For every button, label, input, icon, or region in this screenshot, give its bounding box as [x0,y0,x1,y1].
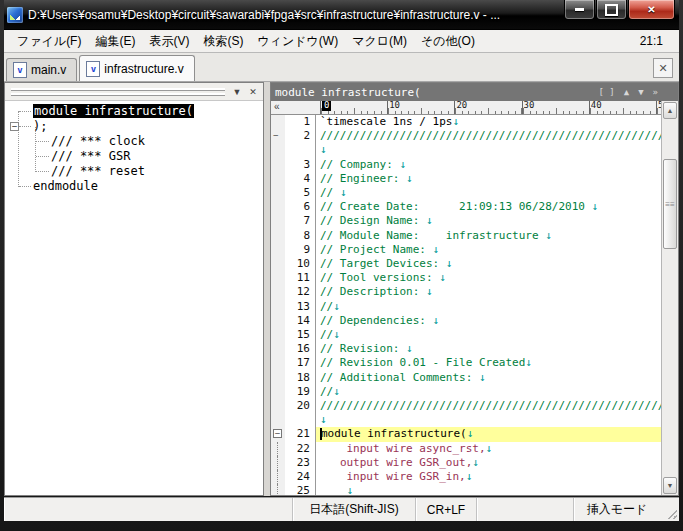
line-number[interactable]: 15 [285,328,316,342]
fold-margin[interactable]: − − [271,399,285,427]
tree-collapse-icon[interactable]: − [10,122,19,131]
fold-margin[interactable]: − − [271,484,285,495]
panel-dropdown-button[interactable]: ▼ [229,85,245,99]
line-number[interactable]: 20 [285,399,316,427]
fold-minus-icon[interactable]: − [273,131,278,140]
code-text[interactable]: ////////////////////////////////////////… [316,129,661,157]
menu-item[interactable]: ウィンドウ(W) [250,31,345,52]
code-text[interactable]: // Target Devices: ↓ [316,257,661,271]
code-text[interactable]: //↓ [316,328,661,342]
code-text[interactable]: ////////////////////////////////////////… [316,399,661,427]
line-number[interactable]: 9 [285,243,316,257]
line-number[interactable]: 17 [285,356,316,370]
fold-margin[interactable]: − − [271,200,285,214]
tab-close-button[interactable]: ✕ [653,58,673,78]
panel-grip-handle[interactable] [11,88,225,96]
resize-grip[interactable] [660,498,679,521]
line-ending-indicator[interactable]: CR+LF [415,498,476,521]
jump-down-icon[interactable]: ▼ [638,87,643,97]
chevron-right-icon[interactable]: » [653,87,658,97]
code-text[interactable]: // Revision: ↓ [316,342,661,356]
fold-margin[interactable]: − − [271,229,285,243]
code-text[interactable]: // Create Date: 21:09:13 06/28/2010 ↓ [316,200,661,214]
menu-item[interactable]: その他(O) [414,31,482,52]
menu-item[interactable]: ファイル(F) [10,31,88,52]
fold-margin[interactable]: − − [271,243,285,257]
line-number[interactable]: 10 [285,257,316,271]
encoding-indicator[interactable]: 日本語(Shift-JIS) [292,498,415,521]
fold-margin[interactable]: − − [271,328,285,342]
line-number[interactable]: 3 [285,158,316,172]
line-number[interactable]: 22 [285,442,316,456]
fold-margin[interactable]: − − [271,342,285,356]
fold-margin[interactable]: − − [271,271,285,285]
fold-collapse-icon[interactable]: − [273,429,282,438]
fold-margin[interactable]: − − [271,356,285,370]
scroll-down-button[interactable]: ▼ [663,477,677,494]
fold-margin[interactable]: − − [271,427,285,441]
line-number[interactable]: 8 [285,229,316,243]
code-text[interactable]: output wire GSR_out,↓ [316,456,661,470]
line-number[interactable]: 14 [285,314,316,328]
fold-margin[interactable]: − − [271,470,285,484]
menu-item[interactable]: 表示(V) [142,31,196,52]
line-number[interactable]: 6 [285,200,316,214]
fold-margin[interactable]: − − [271,371,285,385]
code-text[interactable]: // Dependencies: ↓ [316,314,661,328]
line-number[interactable]: 18 [285,371,316,385]
fold-margin[interactable]: − − [271,214,285,228]
line-number[interactable]: 21 [285,427,316,441]
outline-item[interactable]: − module infrastructure( [5,104,263,119]
outline-item[interactable]: − /// *** clock [5,134,263,149]
fold-margin[interactable]: − − [271,442,285,456]
title-bar[interactable]: D:¥Users¥osamu¥Desktop¥circuit¥sawarabi¥… [4,0,679,30]
menu-item[interactable]: 検索(S) [196,31,250,52]
code-text[interactable]: // ↓ [316,186,661,200]
code-text[interactable]: `timescale 1ns / 1ps↓ [316,115,661,129]
jump-up-icon[interactable]: ▲ [624,87,629,97]
line-number[interactable]: 19 [285,385,316,399]
maximize-button[interactable] [596,0,627,20]
code-text[interactable]: // Project Name: ↓ [316,243,661,257]
line-number[interactable]: 25 [285,484,316,495]
line-number[interactable]: 5 [285,186,316,200]
code-text[interactable]: // Additional Comments: ↓ [316,371,661,385]
code-text[interactable]: //↓ [316,300,661,314]
code-text[interactable]: input wire GSR_in,↓ [316,470,661,484]
file-tab[interactable]: v main.v [6,58,77,81]
fold-margin[interactable]: − − [271,257,285,271]
line-number[interactable]: 1 [285,115,316,129]
brackets-icon[interactable]: [ ] [598,87,614,97]
outline-panel-header[interactable]: ▼ ✕ [5,83,263,101]
fold-margin[interactable]: − − [271,129,285,157]
line-number[interactable]: 7 [285,214,316,228]
code-text[interactable]: // Design Name: ↓ [316,214,661,228]
minimize-button[interactable] [564,0,595,20]
line-number[interactable]: 12 [285,285,316,299]
code-text[interactable]: // Engineer: ↓ [316,172,661,186]
fold-margin[interactable]: − − [271,186,285,200]
line-number[interactable]: 16 [285,342,316,356]
fold-margin[interactable]: − − [271,158,285,172]
scroll-up-button[interactable]: ▲ [663,102,677,119]
fold-margin[interactable]: − − [271,385,285,399]
code-text[interactable]: ↓ [316,484,661,495]
fold-margin[interactable]: − − [271,300,285,314]
code-text[interactable]: // Module Name: infrastructure ↓ [316,229,661,243]
code-text[interactable]: // Company: ↓ [316,158,661,172]
line-number[interactable]: 24 [285,470,316,484]
close-button[interactable]: ✕ [628,0,675,20]
fold-margin[interactable]: − − [271,456,285,470]
outline-item[interactable]: − /// *** GSR [5,149,263,164]
fold-margin[interactable]: − − [271,115,285,129]
code-text[interactable]: input wire async_rst,↓ [316,442,661,456]
vertical-scrollbar[interactable]: ▲ ≡≡ ▼ [661,101,678,495]
fold-margin[interactable]: − − [271,172,285,186]
input-mode-indicator[interactable]: 挿入モード [573,498,660,521]
scrollbar-thumb[interactable]: ≡≡ [663,159,677,249]
collapse-all-icon[interactable]: « [274,101,280,112]
menu-item[interactable]: 編集(E) [88,31,142,52]
fold-margin[interactable]: − − [271,285,285,299]
code-text[interactable]: //↓ [316,385,661,399]
code-text[interactable]: module infrastructure(↓ [316,427,661,441]
